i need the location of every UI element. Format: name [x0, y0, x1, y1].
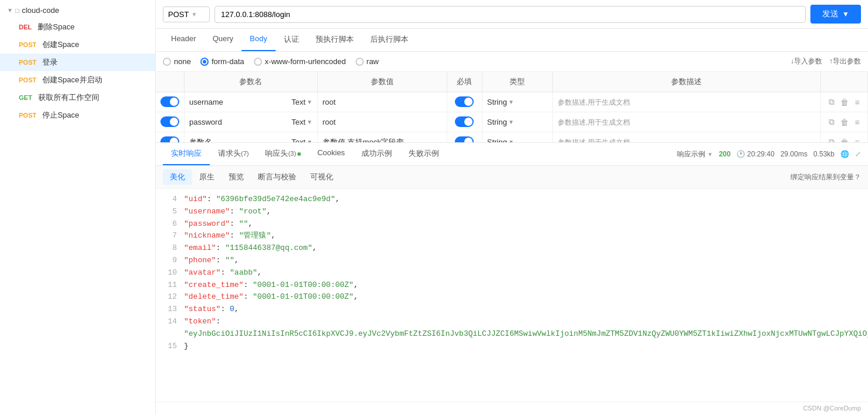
sidebar-item-label: 创建Space [42, 39, 79, 50]
globe-icon[interactable]: 🌐 [840, 150, 849, 158]
response-tab-1[interactable]: 请求头(7) [210, 143, 257, 165]
required-cell-1[interactable] [447, 112, 482, 132]
response-example-btn[interactable]: 响应示例 ▼ [677, 149, 713, 159]
desc-input-0[interactable] [558, 98, 816, 106]
import-params-btn[interactable]: ↓导入参数 [790, 56, 822, 66]
toggle-1[interactable] [160, 116, 179, 127]
value-type-select-0[interactable]: String ▼ [487, 98, 548, 106]
bind-response-link[interactable]: 绑定响应结果到变量？ [790, 172, 861, 182]
json-token: "create_time" [184, 281, 243, 289]
sidebar-item-1[interactable]: POST创建Space [0, 36, 155, 54]
csdn-footer: CSDN @CoreDump [156, 402, 868, 414]
type-select-2[interactable]: Text ▼ [291, 138, 313, 142]
param-value-input-2[interactable] [323, 138, 421, 142]
send-button[interactable]: 发送 ▼ [810, 5, 861, 24]
required-toggle-1[interactable] [455, 116, 474, 127]
menu-btn-0[interactable]: ≡ [853, 96, 860, 108]
required-toggle-0[interactable] [455, 96, 474, 107]
format-tab-4[interactable]: 可视化 [303, 169, 340, 185]
radio-none[interactable]: none [163, 57, 191, 66]
delete-btn-2[interactable]: 🗑 [839, 136, 850, 143]
json-token: "" [239, 219, 249, 228]
request-tab-5[interactable]: 后执行脚本 [362, 29, 417, 51]
copy-btn-2[interactable]: ⧉ [827, 136, 836, 142]
url-input[interactable] [215, 6, 806, 23]
response-tabs-list: 实时响应请求头(7)响应头(3)Cookies成功示例失败示例 [163, 143, 447, 165]
response-tab-0[interactable]: 实时响应 [163, 143, 210, 165]
request-tab-0[interactable]: Header [163, 29, 205, 51]
request-tab-1[interactable]: Query [205, 29, 242, 51]
sidebar-item-0[interactable]: DEL删除Space [0, 18, 155, 36]
line-number: 9 [160, 255, 184, 267]
request-tab-4[interactable]: 预执行脚本 [307, 29, 362, 51]
line-number: 5 [160, 206, 184, 218]
format-tab-2[interactable]: 预览 [222, 169, 251, 185]
json-token: : [230, 231, 239, 240]
radio-urlencoded[interactable]: x-www-form-urlencoded [254, 57, 346, 66]
value-type-select-1[interactable]: String ▼ [487, 118, 548, 126]
response-tab-4[interactable]: 成功示例 [353, 143, 400, 165]
json-token: "管理猿" [239, 231, 272, 240]
line-number: 8 [160, 242, 184, 255]
toggle-0[interactable] [160, 96, 179, 107]
request-tab-2[interactable]: Body [242, 29, 276, 51]
sidebar-item-2[interactable]: POST登录 [0, 54, 155, 71]
toggle-2[interactable] [160, 136, 179, 142]
radio-raw[interactable]: raw [356, 57, 379, 66]
export-params-btn[interactable]: ↑导出参数 [829, 56, 861, 66]
response-tab-5[interactable]: 失败示例 [400, 143, 447, 165]
delete-btn-0[interactable]: 🗑 [839, 96, 850, 108]
copy-btn-0[interactable]: ⧉ [827, 96, 836, 108]
param-name-input-2[interactable] [189, 138, 288, 142]
response-section: 实时响应请求头(7)响应头(3)Cookies成功示例失败示例 响应示例 ▼ 2… [156, 142, 868, 414]
required-toggle-2[interactable] [455, 136, 474, 142]
status-code: 200 [719, 150, 730, 158]
line-content: "create_time": "0001-01-01T00:00:00Z", [184, 279, 358, 292]
required-cell-2[interactable] [447, 132, 482, 143]
menu-btn-2[interactable]: ≡ [853, 136, 860, 143]
desc-input-2[interactable] [558, 138, 816, 142]
copy-btn-1[interactable]: ⧉ [827, 116, 836, 128]
format-tab-0[interactable]: 美化 [163, 169, 192, 185]
radio-form-data[interactable]: form-data [200, 57, 244, 66]
expand-icon[interactable]: ⤢ [855, 150, 861, 158]
value-type-select-2[interactable]: String ▼ [487, 138, 548, 142]
description-cell-0 [552, 92, 820, 112]
sidebar-item-3[interactable]: POST创建Space并启动 [0, 71, 155, 89]
param-name-input-0[interactable] [189, 98, 288, 106]
actions-cell-2: ⧉ 🗑 ≡ [821, 132, 868, 143]
json-token: "aabb" [230, 268, 257, 277]
type-select-1[interactable]: Text ▼ [291, 118, 313, 126]
toggle-cell-2[interactable] [156, 132, 185, 143]
toggle-cell-1[interactable] [156, 112, 185, 132]
type-select-0[interactable]: Text ▼ [291, 98, 313, 106]
col-description: 参数描述 [552, 72, 820, 92]
method-select[interactable]: POST ▼ [163, 6, 210, 22]
method-dropdown-icon: ▼ [191, 11, 197, 18]
value-type-cell-2: String ▼ [482, 132, 552, 143]
json-token: "0001-01-01T00:00:00Z" [253, 292, 354, 301]
response-tab-3[interactable]: Cookies [309, 143, 353, 165]
json-line: 6 "password": "", [156, 218, 868, 231]
json-token: "nickname" [184, 231, 230, 240]
delete-btn-1[interactable]: 🗑 [839, 116, 850, 128]
toggle-cell-0[interactable] [156, 92, 185, 112]
send-dropdown-icon: ▼ [842, 10, 849, 18]
required-cell-0[interactable] [447, 92, 482, 112]
desc-input-1[interactable] [558, 118, 816, 126]
menu-btn-1[interactable]: ≡ [853, 116, 860, 128]
sidebar-group-title[interactable]: ▼ □ cloud-code [0, 2, 155, 18]
sidebar-item-5[interactable]: POST停止Space [0, 106, 155, 124]
param-name-input-1[interactable] [189, 118, 288, 126]
param-value-input-0[interactable] [323, 98, 421, 106]
json-token: , [354, 292, 358, 301]
footer-text: CSDN @CoreDump [803, 405, 861, 412]
sidebar-item-4[interactable]: GET获取所有工作空间 [0, 89, 155, 106]
sidebar-group-cloud-code: ▼ □ cloud-code DEL删除SpacePOST创建SpacePOST… [0, 0, 155, 126]
param-value-input-1[interactable] [323, 118, 421, 126]
format-tab-1[interactable]: 原生 [192, 169, 222, 185]
response-tab-2[interactable]: 响应头(3) [257, 143, 309, 165]
request-tab-3[interactable]: 认证 [276, 29, 307, 51]
format-tab-3[interactable]: 断言与校验 [251, 169, 303, 185]
json-token: "1158446387@qq.com" [225, 243, 312, 252]
